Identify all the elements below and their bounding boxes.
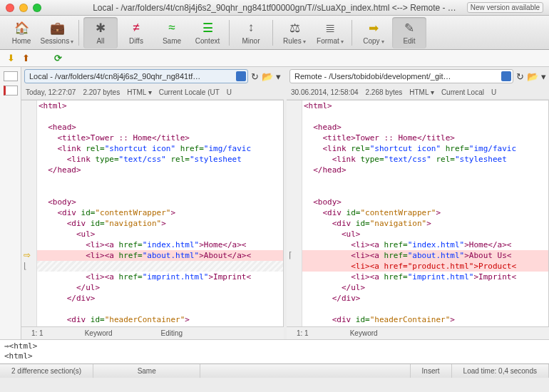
status-diffs: 2 difference section(s): [0, 364, 93, 378]
right-path-selector[interactable]: Remote - /Users/tobidobi/development/_gi…: [289, 69, 513, 83]
left-size: 2.207 bytes: [83, 88, 120, 96]
left-u: U: [227, 88, 232, 96]
open-folder-icon[interactable]: 📂: [527, 71, 538, 82]
status-same: Same: [93, 364, 200, 378]
minimize-icon[interactable]: [19, 4, 28, 12]
right-pos: 1: 1: [287, 329, 319, 337]
update-badge[interactable]: New version available: [467, 2, 543, 13]
main: Local - /var/folders/4t/cn8j4j6s2_90qhr_…: [0, 67, 549, 339]
refresh-icon[interactable]: ⟳: [54, 53, 62, 63]
close-icon[interactable]: [6, 4, 14, 12]
left-editor[interactable]: <html> <head> <title>Tower :: Home</titl…: [37, 100, 284, 326]
left-timestamp: Today, 12:27:07: [26, 88, 76, 96]
minor-button[interactable]: ↕Minor: [234, 17, 268, 48]
window-controls: [6, 4, 41, 12]
reload-icon[interactable]: ↻: [251, 71, 259, 82]
prev-diff-icon[interactable]: ⬆: [22, 53, 30, 63]
open-folder-icon[interactable]: 📂: [262, 71, 273, 82]
all-button[interactable]: ✱All: [83, 17, 118, 48]
titlebar: Local - /var/folders/4t/cn8j4j6s2_90qhr_…: [0, 0, 549, 16]
menu-icon[interactable]: ▾: [541, 71, 546, 82]
left-path-selector[interactable]: Local - /var/folders/4t/cn8j4j6s2_90qhr_…: [24, 69, 248, 83]
right-pane: Remote - /Users/tobidobi/development/_gi…: [287, 67, 549, 339]
context-button[interactable]: ☰Context: [190, 17, 225, 48]
right-u: U: [491, 88, 496, 96]
window-title: Local - /var/folders/4t/cn8j4j6s2_90qhr_…: [93, 3, 456, 13]
sessions-button[interactable]: 💼Sessions: [40, 17, 74, 48]
status-insert: Insert: [411, 364, 452, 378]
preview-line: ⇒<html>: [4, 341, 545, 351]
statusbar: 2 difference section(s) Same Insert Load…: [0, 363, 549, 378]
copy-button[interactable]: ➡Copy: [356, 17, 391, 48]
right-size: 2.268 bytes: [366, 88, 403, 96]
left-mode: Editing: [151, 329, 193, 337]
rules-button[interactable]: ⚖Rules: [277, 17, 312, 48]
bottom-preview: ⇒<html> <html>: [0, 339, 549, 363]
thumbnail[interactable]: [4, 71, 18, 81]
left-keyword: Keyword: [75, 329, 123, 337]
nav-row: ⬇ ⬆ ⟳: [0, 50, 549, 67]
toolbar: 🏠Home💼Sessions✱All≠Diffs≈Same☰Context↕Mi…: [0, 16, 549, 50]
right-encoding[interactable]: Current Local: [441, 88, 484, 96]
preview-line: <html>: [4, 351, 545, 361]
home-button[interactable]: 🏠Home: [4, 17, 39, 48]
right-gutter: ⌈: [287, 100, 302, 326]
right-editor[interactable]: <html> <head> <title>Tower :: Home</titl…: [302, 100, 549, 326]
left-pane: Local - /var/folders/4t/cn8j4j6s2_90qhr_…: [21, 67, 284, 339]
left-type[interactable]: HTML ▾: [127, 88, 152, 96]
right-keyword: Keyword: [340, 329, 388, 337]
edit-button[interactable]: ✎Edit: [392, 17, 426, 48]
status-loadtime: Load time: 0,4 seconds: [452, 364, 549, 378]
thumbnail-diff[interactable]: [4, 86, 18, 96]
next-diff-icon[interactable]: ⬇: [7, 53, 15, 63]
diffs-button[interactable]: ≠Diffs: [119, 17, 153, 48]
maximize-icon[interactable]: [33, 4, 41, 12]
menu-icon[interactable]: ▾: [276, 71, 281, 82]
left-encoding[interactable]: Current Locale (UT: [159, 88, 220, 96]
left-pos: 1: 1: [21, 329, 53, 337]
right-type[interactable]: HTML ▾: [409, 88, 434, 96]
format-button[interactable]: ≣Format: [313, 17, 347, 48]
sidebar: [0, 67, 21, 339]
reload-icon[interactable]: ↻: [516, 71, 524, 82]
left-gutter: ⇨ ⌊: [21, 100, 37, 326]
same-button[interactable]: ≈Same: [155, 17, 189, 48]
right-timestamp: 30.06.2014, 12:58:04: [291, 88, 359, 96]
